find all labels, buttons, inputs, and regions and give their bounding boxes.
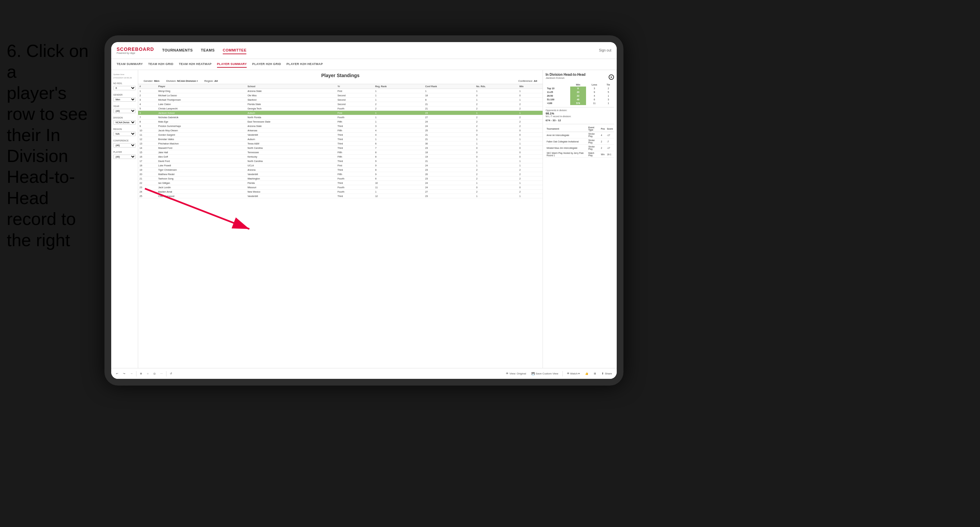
table-row[interactable]: 25 Cole Sherwood Vanderbilt Third 12 23 … [138, 194, 542, 198]
table-row[interactable]: 15 Jake Hall Tennessee Fifth 8 18 0 0 [138, 150, 542, 155]
cell-rds: 2 [475, 124, 518, 128]
h2h-col-rank [546, 83, 570, 87]
cell-yr: Fifth [336, 150, 374, 155]
player-select[interactable]: (All) [113, 155, 136, 159]
toolbar-refresh-button[interactable]: ↺ [169, 371, 173, 376]
h2h-close-button[interactable]: × [609, 75, 614, 80]
player-label: Player [113, 151, 136, 153]
toolbar-more-button[interactable]: ··· [159, 371, 164, 376]
logo-area: SCOREBOARD Powered by clippi [116, 46, 154, 54]
cell-rank: 7 [138, 115, 157, 119]
table-row[interactable]: 11 Gordon Sargent Vanderbilt Third 4 21 … [138, 133, 542, 137]
table-row[interactable]: 16 Alex Goff Kentucky Fifth 8 19 0 0 [138, 155, 542, 159]
cell-rank: 1 [138, 89, 157, 93]
no-rds-select[interactable]: 6 [113, 86, 136, 90]
table-row[interactable]: 17 David Ford North Carolina Third 9 21 … [138, 159, 542, 163]
cell-rank: 20 [138, 172, 157, 176]
nav-teams[interactable]: TEAMS [201, 47, 215, 54]
table-row[interactable]: 10 Jacob Moy-Olesen Arkansas Fifth 4 25 … [138, 128, 542, 133]
sidebar-player: Player (All) [113, 151, 136, 159]
sign-out-button[interactable]: Sign out [599, 49, 611, 52]
cell-player: Luke Powell [157, 163, 247, 168]
cell-player: Ian Gilligan [157, 181, 247, 185]
subnav-team-h2h-heatmap[interactable]: TEAM H2H HEATMAP [179, 61, 212, 68]
sidebar-no-rds: No Rds. 6 [113, 82, 136, 90]
tourn-type: Stroke Play [587, 145, 600, 151]
table-row[interactable]: 6 Jackson Koivun Auburn First 1 23 1 1 [138, 111, 542, 115]
forward-button[interactable]: → [129, 371, 134, 376]
table-row[interactable]: 19 Tiger Christensen Arizona Third 8 23 … [138, 168, 542, 172]
cell-player: Maxwell Ford [157, 146, 247, 150]
sidebar-conference: Conference (All) [113, 140, 136, 148]
cell-rank: 14 [138, 146, 157, 150]
h2h-loss-cell: 11 [586, 102, 603, 105]
tournament-row: Fallen Oak Collegiate Invitational Strok… [546, 138, 614, 145]
toolbar-right: 👁 View: Original 💾 Save Custom View 👁 Wa… [504, 371, 613, 376]
cell-win: 1 [518, 163, 542, 168]
table-row[interactable]: 8 Mats Ege East Tennessee State Fifth 1 … [138, 119, 542, 124]
table-row[interactable]: 2 Michael La Sasso Ole Miss Second 1 18 … [138, 93, 542, 98]
subnav-team-h2h-grid[interactable]: TEAM H2H GRID [148, 61, 173, 68]
table-row[interactable]: 7 Nicholas Gabrielcik North Florida Four… [138, 115, 542, 119]
nav-tournaments[interactable]: TOURNAMENTS [162, 47, 193, 54]
subnav-player-h2h-heatmap[interactable]: PLAYER H2H HEATMAP [286, 61, 323, 68]
cell-win: 0 [518, 185, 542, 190]
subnav-team-summary[interactable]: TEAM SUMMARY [116, 61, 143, 68]
cell-player: Jacob Moy-Olesen [157, 128, 247, 133]
table-row[interactable]: 4 Luke Claton Florida State Second 2 21 … [138, 102, 542, 106]
cell-player: Jack Lundin [157, 185, 247, 190]
gender-select[interactable]: Men [113, 97, 136, 102]
table-row[interactable]: 18 Luke Powell UCLA First 9 24 1 1 [138, 163, 542, 168]
division-select[interactable]: NCAA Division I [113, 120, 136, 125]
toolbar-thumbs-button[interactable]: 👍 [584, 371, 590, 376]
toolbar-target-button[interactable]: ◎ [152, 371, 157, 376]
tourn-pos: 4 [600, 132, 606, 138]
nav-committee[interactable]: COMMITTEE [223, 47, 247, 54]
undo-button[interactable]: ↩ [115, 371, 119, 376]
cell-rds: 1 [475, 89, 518, 93]
cell-player: Wenyi Ding [157, 89, 247, 93]
tourn-score: 18-1 [606, 151, 614, 157]
cell-conf: 21 [424, 159, 475, 163]
toolbar-grid-button[interactable]: ⊞ [592, 371, 598, 376]
table-row[interactable]: 23 Jack Lundin Missouri Fourth 11 24 0 0 [138, 185, 542, 190]
region-select[interactable]: N/A [113, 132, 136, 136]
cell-reg: 3 [374, 124, 424, 128]
table-row[interactable]: 12 Brendan Valles Auburn Third 1 21 1 1 [138, 137, 542, 141]
share-button[interactable]: ⬆ Share [600, 371, 613, 376]
table-row[interactable]: 21 Taehoon Song Washington Fourth 6 23 2… [138, 176, 542, 181]
toolbar-circle-button[interactable]: ○ [146, 371, 150, 376]
table-row[interactable]: 24 Bastien Amat New Mexico Fourth 1 27 2… [138, 190, 542, 194]
table-row[interactable]: 13 Phichaksn Maichon Texas A&M Third 6 3… [138, 141, 542, 146]
cell-rank: 15 [138, 150, 157, 155]
toolbar-add-button[interactable]: ⊕ [138, 371, 143, 376]
table-row[interactable]: 3 Michael Thorbjornsen Stanford Second 1… [138, 98, 542, 102]
subnav-player-summary[interactable]: PLAYER SUMMARY [217, 61, 247, 68]
toolbar-separator-1 [136, 371, 137, 376]
subnav-player-h2h-grid[interactable]: PLAYER H2H GRID [252, 61, 281, 68]
table-row[interactable]: 5 Christo Lamprecht Georgia Tech Fourth … [138, 106, 542, 111]
cell-rds: 2 [475, 102, 518, 106]
redo-button[interactable]: ↪ [122, 371, 127, 376]
tourn-type: Stroke Play [587, 138, 600, 145]
table-row[interactable]: 22 Ian Gilligan Florida Third 10 24 1 1 [138, 181, 542, 185]
h2h-win-cell: 22 [570, 94, 586, 98]
h2h-win-cell: 20 [570, 90, 586, 94]
year-select[interactable]: (All) [113, 109, 136, 113]
h2h-tie-cell: 5 [603, 90, 614, 94]
save-custom-button[interactable]: 💾 Save Custom View [530, 371, 560, 376]
filter-gender: Gender: Men [143, 79, 159, 83]
table-row[interactable]: 20 Matthew Riedel Vanderbilt Fifth 9 20 … [138, 172, 542, 176]
view-original-button[interactable]: 👁 View: Original [504, 371, 527, 376]
cell-school: Stanford [246, 98, 336, 102]
cell-win: 1 [518, 194, 542, 198]
h2h-tie-cell: 1 [603, 94, 614, 98]
table-row[interactable]: 1 Wenyi Ding Arizona State First 1 1 1 1 [138, 89, 542, 93]
conference-select[interactable]: (All) [113, 143, 136, 148]
h2h-divider [546, 107, 614, 108]
tourn-type: Match Play [587, 151, 600, 157]
table-row[interactable]: 14 Maxwell Ford North Carolina Third 7 2… [138, 146, 542, 150]
watch-button[interactable]: 👁 Watch ▾ [565, 371, 581, 376]
table-row[interactable]: 9 Preston Summerhays Arizona State Third… [138, 124, 542, 128]
cell-win: 0 [518, 150, 542, 155]
